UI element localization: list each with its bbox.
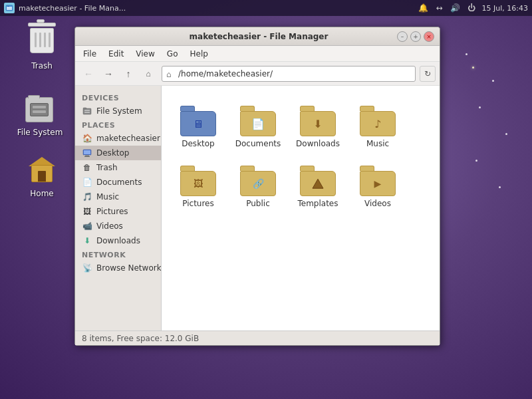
- taskbar: maketecheasier - File Mana... 🔔 ↔ 🔊 ⏻ 15…: [0, 0, 532, 16]
- arrows-icon[interactable]: ↔: [434, 3, 445, 13]
- sidebar-devices-title: DEVICES: [75, 91, 161, 104]
- sidebar-item-pictures[interactable]: 🖼 Pictures: [75, 204, 161, 219]
- sidebar-item-music[interactable]: 🎵 Music: [75, 190, 161, 204]
- taskbar-app-icon[interactable]: [4, 3, 15, 13]
- window-controls: – + ×: [397, 31, 434, 42]
- pictures-sidebar-icon: 🖼: [82, 206, 92, 217]
- videos-sidebar-icon: 📹: [82, 221, 92, 231]
- videos-folder-label: Videos: [364, 199, 391, 208]
- trash-lines: [35, 33, 51, 47]
- sidebar-home-label: maketecheasier: [96, 134, 160, 143]
- trash-body: [30, 28, 54, 53]
- up-button[interactable]: ↑: [119, 65, 138, 83]
- sidebar-item-network[interactable]: 📡 Browse Network: [75, 261, 161, 275]
- trash-lid: [28, 23, 56, 27]
- public-folder-label: Public: [246, 199, 270, 208]
- menu-edit[interactable]: Edit: [103, 48, 129, 60]
- svg-rect-6: [84, 112, 90, 113]
- star: [466, 53, 467, 55]
- file-item-desktop[interactable]: 🖥 Desktop: [168, 92, 228, 152]
- downloads-folder-icon: ⬇: [300, 104, 336, 136]
- menu-file[interactable]: File: [78, 48, 102, 60]
- window-titlebar: maketecheasier - File Manager – + ×: [75, 27, 440, 46]
- menu-go[interactable]: Go: [162, 48, 184, 60]
- file-item-documents[interactable]: 📄 Documents: [228, 92, 288, 152]
- file-item-music[interactable]: ♪ Music: [348, 92, 408, 152]
- documents-folder-label: Documents: [235, 139, 281, 148]
- volume-icon[interactable]: 🔊: [450, 3, 461, 13]
- taskbar-title: maketecheasier - File Mana...: [19, 4, 126, 13]
- filesystem-label: File System: [17, 128, 63, 137]
- music-folder-label: Music: [366, 139, 389, 148]
- svg-rect-4: [83, 108, 86, 109]
- home-sidebar-icon: 🏠: [82, 133, 92, 144]
- svg-rect-2: [7, 6, 9, 7]
- sidebar-item-filesystem[interactable]: File System: [75, 104, 161, 118]
- templates-folder-icon: [300, 164, 336, 196]
- file-item-public[interactable]: 🔗 Public: [228, 152, 288, 212]
- sidebar-desktop-label: Desktop: [96, 148, 130, 158]
- content-area: DEVICES File System PLACES 🏠 maketecheas…: [75, 86, 440, 331]
- address-home-icon: ⌂: [166, 70, 176, 78]
- videos-folder-icon: ▶: [360, 164, 396, 196]
- maximize-button[interactable]: +: [410, 31, 421, 42]
- taskbar-left: maketecheasier - File Mana...: [4, 3, 126, 13]
- close-button[interactable]: ×: [424, 31, 434, 42]
- filesystem-icon-img: [24, 93, 56, 125]
- star: [475, 160, 477, 162]
- sidebar: DEVICES File System PLACES 🏠 maketecheas…: [75, 86, 162, 331]
- star: [492, 80, 494, 82]
- bell-icon[interactable]: 🔔: [418, 3, 429, 13]
- sidebar-downloads-label: Downloads: [96, 236, 140, 245]
- sidebar-item-downloads[interactable]: ⬇ Downloads: [75, 233, 161, 248]
- desktop-icon-home[interactable]: Home: [19, 154, 65, 198]
- address-bar: ⌂ /home/maketecheasier/: [162, 66, 416, 82]
- sidebar-music-label: Music: [96, 192, 119, 201]
- menu-help[interactable]: Help: [184, 48, 213, 60]
- taskbar-time: 15 Jul, 16:43: [482, 4, 528, 13]
- sidebar-documents-label: Documents: [96, 178, 142, 187]
- sidebar-network-label: Browse Network: [96, 263, 162, 273]
- downloads-folder-label: Downloads: [296, 139, 340, 148]
- window-title: maketecheasier - File Manager: [190, 32, 329, 41]
- sidebar-network-title: NETWORK: [75, 248, 161, 261]
- network-sidebar-icon: 📡: [82, 263, 92, 273]
- desktop-folder-label: Desktop: [182, 139, 215, 148]
- pictures-folder-icon: 🖼: [180, 164, 216, 196]
- file-manager-window: maketecheasier - File Manager – + × File…: [74, 27, 440, 346]
- trash-sidebar-icon: 🗑: [82, 162, 92, 173]
- star: [499, 186, 501, 188]
- home-label: Home: [30, 189, 53, 198]
- svg-rect-10: [84, 156, 90, 157]
- minimize-button[interactable]: –: [397, 31, 408, 42]
- sidebar-pictures-label: Pictures: [96, 207, 128, 216]
- desktop-icon-trash[interactable]: Trash: [19, 27, 65, 70]
- reload-button[interactable]: ↻: [420, 66, 436, 82]
- power-icon[interactable]: ⏻: [466, 3, 477, 13]
- forward-button[interactable]: →: [99, 65, 118, 83]
- menubar: File Edit View Go Help: [75, 46, 440, 62]
- sidebar-item-documents[interactable]: 📄 Documents: [75, 175, 161, 190]
- sidebar-item-desktop[interactable]: Desktop: [75, 146, 161, 160]
- sidebar-item-home[interactable]: 🏠 maketecheasier: [75, 131, 161, 146]
- desktop-folder-icon: 🖥: [180, 104, 216, 136]
- taskbar-right: 🔔 ↔ 🔊 ⏻ 15 Jul, 16:43: [418, 3, 528, 13]
- statusbar-text: 8 items, Free space: 12.0 GiB: [82, 334, 199, 343]
- sidebar-item-trash[interactable]: 🗑 Trash: [75, 160, 161, 175]
- desktop-icon-filesystem[interactable]: File System: [17, 93, 63, 137]
- desktop-sidebar-icon: [82, 148, 92, 158]
- file-grid: 🖥 Desktop 📄 Documents: [162, 86, 440, 331]
- music-folder-icon: ♪: [360, 104, 396, 136]
- svg-rect-5: [84, 110, 90, 111]
- svg-rect-9: [85, 155, 89, 156]
- file-item-downloads[interactable]: ⬇ Downloads: [288, 92, 348, 152]
- star: [479, 106, 481, 108]
- file-item-pictures[interactable]: 🖼 Pictures: [168, 152, 228, 212]
- back-button[interactable]: ←: [79, 65, 98, 83]
- file-item-videos[interactable]: ▶ Videos: [348, 152, 408, 212]
- filesystem-sidebar-icon: [82, 106, 92, 116]
- file-item-templates[interactable]: Templates: [288, 152, 348, 212]
- menu-view[interactable]: View: [130, 48, 160, 60]
- home-button[interactable]: ⌂: [139, 65, 158, 83]
- sidebar-item-videos[interactable]: 📹 Videos: [75, 219, 161, 233]
